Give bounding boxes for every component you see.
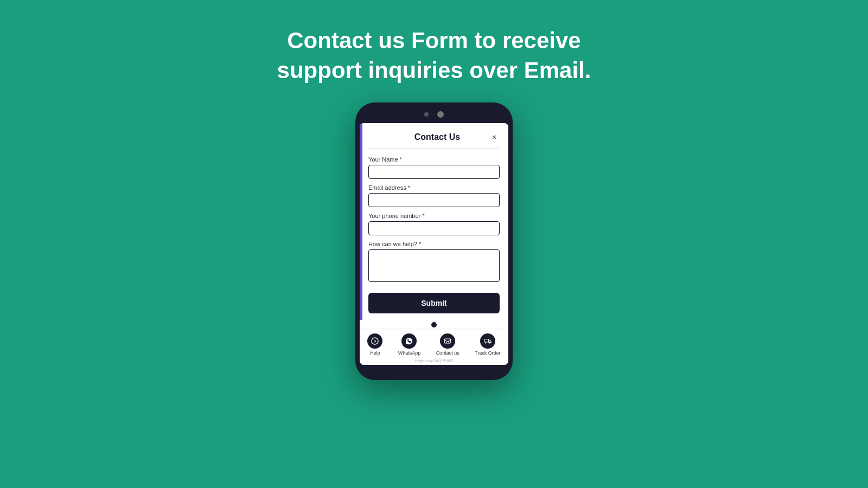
email-input[interactable] <box>368 193 500 207</box>
phone-camera-dot <box>424 112 429 117</box>
nav-item-help[interactable]: ? Help <box>367 333 382 356</box>
name-label: Your Name * <box>368 156 500 163</box>
nav-label-help: Help <box>370 350 380 356</box>
svg-text:?: ? <box>374 339 376 344</box>
nav-label-track: Track Order <box>475 350 501 356</box>
page-title: Contact us Form to receive support inqui… <box>277 26 591 85</box>
name-input[interactable] <box>368 165 500 179</box>
nav-home-dot-area <box>360 320 508 329</box>
contact-modal: Contact Us × Your Name * Email address * <box>360 123 508 320</box>
name-field-group: Your Name * <box>368 156 500 179</box>
email-label: Email address * <box>368 184 500 191</box>
svg-point-4 <box>485 342 486 343</box>
phone-field-group: Your phone number * <box>368 213 500 235</box>
modal-title: Contact Us <box>386 132 489 142</box>
home-dot <box>431 322 437 328</box>
phone-label: Your phone number * <box>368 213 500 219</box>
phone-top-bar <box>360 111 508 118</box>
phone-bottom-chin <box>360 365 508 374</box>
phone-input[interactable] <box>368 221 500 235</box>
nav-label-whatsapp: WhatsApp <box>398 350 421 356</box>
modal-accent-bar <box>360 123 362 320</box>
help-textarea[interactable] <box>368 249 500 282</box>
question-icon: ? <box>367 333 382 349</box>
phone-screen: Contact Us × Your Name * Email address * <box>360 123 508 365</box>
svg-rect-2 <box>444 339 450 343</box>
help-label: How can we help? * <box>368 241 500 247</box>
nav-label-contact: Contact us <box>436 350 459 356</box>
nav-item-contact[interactable]: Contact us <box>436 333 459 356</box>
modal-close-button[interactable]: × <box>489 132 500 143</box>
phone-speaker-dot <box>437 111 444 118</box>
nav-item-track[interactable]: Track Order <box>475 333 501 356</box>
email-field-group: Email address * <box>368 184 500 207</box>
truck-icon <box>480 333 495 349</box>
phone-mockup: Contact Us × Your Name * Email address * <box>355 102 513 380</box>
contact-modal-wrapper: Contact Us × Your Name * Email address * <box>360 123 508 320</box>
modal-header: Contact Us × <box>368 132 500 149</box>
bottom-nav: ? Help WhatsApp <box>360 329 508 358</box>
nav-item-whatsapp[interactable]: WhatsApp <box>398 333 421 356</box>
submit-button[interactable]: Submit <box>368 293 500 313</box>
whatsapp-icon <box>401 333 417 349</box>
help-field-group: How can we help? * <box>368 241 500 284</box>
svg-rect-3 <box>484 339 489 342</box>
envelope-icon <box>440 333 455 349</box>
powered-by-label: Helpbot by FAQPRIME <box>360 358 508 365</box>
